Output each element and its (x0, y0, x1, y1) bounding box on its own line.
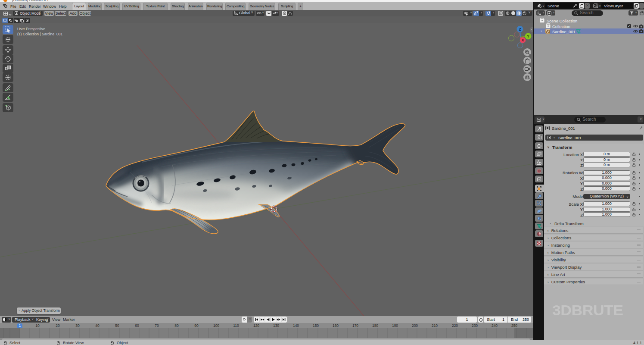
svg-text:Y: Y (527, 34, 529, 38)
svg-text:Z: Z (519, 27, 521, 31)
svg-text:X: X (522, 38, 524, 42)
